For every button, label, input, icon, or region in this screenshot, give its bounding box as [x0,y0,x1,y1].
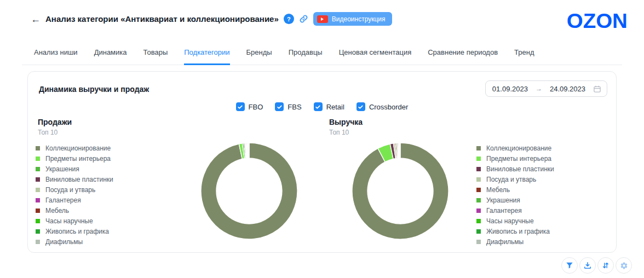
legend-item[interactable]: Живопись и графика [476,226,554,236]
legend-swatch [36,167,40,171]
legend-item[interactable]: Коллекционирование [476,143,554,153]
legend-swatch [476,188,481,192]
checkbox-icon [275,102,284,111]
youtube-play-icon [317,15,328,23]
legend-item[interactable]: Галантерея [36,195,113,205]
tab-7[interactable]: Сравнение периодов [428,45,498,65]
legend-swatch [36,188,40,192]
legend-swatch [36,157,40,161]
video-instruction-button[interactable]: Видеоинструкция [313,12,392,26]
sort-button[interactable] [597,257,614,274]
legend-label: Коллекционирование [486,144,551,152]
revenue-legend: КоллекционированиеПредметы интерьераВини… [476,143,554,247]
filter-checkbox-fbo[interactable]: FBO [236,102,263,111]
legend-swatch [476,229,481,234]
sales-donut-chart [200,142,298,240]
legend-item[interactable]: Мебель [476,184,554,195]
filter-checkbox-crossborder[interactable]: Crossborder [357,102,409,111]
filter-label: Crossborder [369,103,409,111]
revenue-donut-chart [351,142,450,240]
tab-3[interactable]: Подкатегории [184,45,229,65]
legend-item[interactable]: Диафильмы [36,236,113,247]
checkbox-icon [357,102,365,111]
legend-item[interactable]: Предметы интерьера [476,153,554,164]
scheme-filters: FBOFBSRetailCrossborder [28,102,616,111]
dynamics-card: Динамика выручки и продаж 01.09.2023 → 2… [27,71,617,253]
tab-bar: Анализ нишиДинамикаТоварыПодкатегорииБре… [22,45,622,65]
filter-label: FBO [249,103,263,111]
settings-button[interactable] [616,257,632,274]
download-button[interactable] [579,257,596,274]
tab-8[interactable]: Тренд [514,45,534,65]
date-end[interactable]: 24.09.2023 [550,85,585,93]
filter-icon [566,262,573,269]
legend-item[interactable]: Галантерея [476,205,554,216]
legend-swatch [476,177,481,182]
page-title: Анализ категории «Антиквариат и коллекци… [45,14,279,24]
donut-slice-9[interactable] [400,143,400,158]
legend-swatch [36,219,40,223]
revenue-chart-title: Выручка [329,118,363,126]
legend-label: Галантерея [45,196,81,204]
tab-0[interactable]: Анализ ниши [34,45,78,65]
legend-label: Предметы интерьера [45,155,111,163]
legend-label: Живопись и графика [486,228,550,235]
legend-item[interactable]: Коллекционирование [36,143,113,153]
legend-label: Украшения [45,165,79,173]
legend-item[interactable]: Виниловые пластинки [476,164,554,174]
legend-swatch [476,157,481,161]
link-icon[interactable] [299,14,308,24]
calendar-icon [593,85,601,93]
legend-label: Мебель [45,207,69,215]
legend-swatch [476,167,481,171]
tab-4[interactable]: Бренды [246,45,272,65]
legend-swatch [476,198,481,202]
legend-label: Часы наручные [486,217,534,225]
help-icon[interactable]: ? [284,14,294,24]
legend-label: Виниловые пластинки [486,165,554,173]
sales-chart-title: Продажи [38,118,72,126]
date-start[interactable]: 01.09.2023 [492,85,528,93]
checkbox-icon [314,102,323,111]
tab-1[interactable]: Динамика [94,45,127,65]
back-arrow-icon[interactable]: ← [31,14,41,24]
page: ← Анализ категории «Антиквариат и коллек… [0,0,644,278]
donut-slice-9[interactable] [249,143,249,158]
legend-label: Диафильмы [486,238,524,246]
legend-item[interactable]: Виниловые пластинки [36,174,113,184]
filter-button[interactable] [561,257,578,274]
legend-label: Виниловые пластинки [45,176,113,183]
filter-checkbox-retail[interactable]: Retail [314,102,344,111]
legend-item[interactable]: Украшения [36,164,113,174]
legend-swatch [36,177,40,182]
legend-item[interactable]: Часы наручные [476,216,554,226]
filter-checkbox-fbs[interactable]: FBS [275,102,301,111]
legend-item[interactable]: Посуда и утварь [36,184,113,195]
date-arrow-icon: → [536,85,542,92]
legend-swatch [36,198,40,202]
sort-icon [602,262,610,269]
video-button-label: Видеоинструкция [332,15,386,23]
card-title: Динамика выручки и продаж [39,85,149,94]
legend-item[interactable]: Предметы интерьера [36,153,113,164]
tab-2[interactable]: Товары [143,45,168,65]
legend-item[interactable]: Диафильмы [476,236,554,247]
legend-item[interactable]: Посуда и утварь [476,174,554,184]
filter-label: Retail [326,103,344,111]
legend-label: Украшения [486,196,520,204]
legend-swatch [36,229,40,234]
legend-label: Диафильмы [45,238,83,246]
legend-item[interactable]: Мебель [36,205,113,216]
date-range-picker[interactable]: 01.09.2023 → 24.09.2023 [485,80,607,97]
tab-6[interactable]: Ценовая сегментация [339,45,412,65]
legend-swatch [476,208,481,213]
download-icon [584,262,591,269]
legend-item[interactable]: Часы наручные [36,216,113,226]
tab-5[interactable]: Продавцы [289,45,323,65]
legend-swatch [36,240,40,244]
sales-legend: КоллекционированиеПредметы интерьераУкра… [36,143,113,247]
legend-label: Посуда и утварь [486,176,536,183]
legend-item[interactable]: Украшения [476,195,554,205]
legend-item[interactable]: Живопись и графика [36,226,113,236]
legend-label: Посуда и утварь [45,186,95,194]
